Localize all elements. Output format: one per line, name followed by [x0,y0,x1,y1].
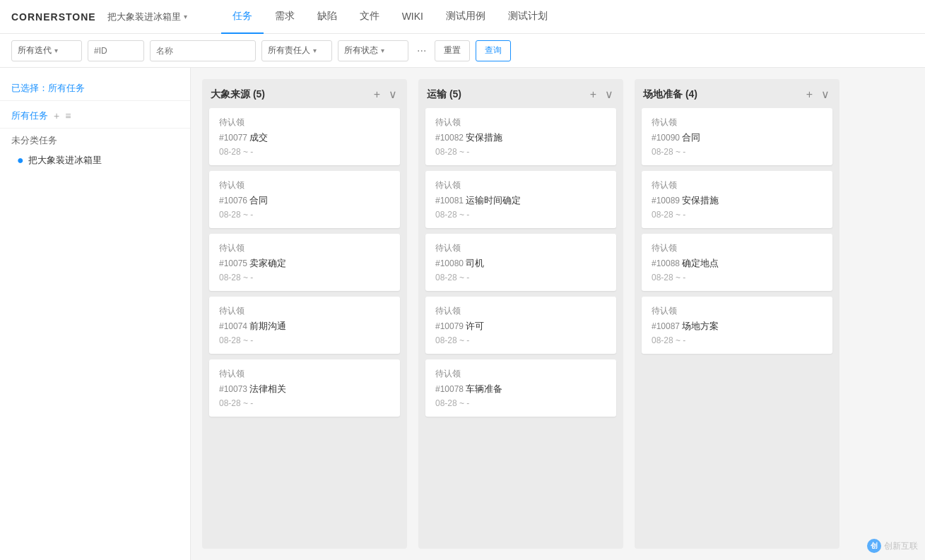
all-tasks-row[interactable]: 所有任务 + ≡ [0,107,190,125]
iteration-label: 所有迭代 [18,44,52,56]
card-date-2-0: 08-28 ~ - [652,147,823,157]
card-name-1-3: 许可 [466,321,484,331]
card-date-2-1: 08-28 ~ - [652,210,823,220]
card-id-0-3: #10074 [219,321,249,331]
kanban-card-2-2[interactable]: 待认领#10088 确定地点08-28 ~ - [642,234,832,291]
card-id-0-1: #10076 [219,196,249,205]
kanban-card-2-1[interactable]: 待认领#10089 安保措施08-28 ~ - [642,171,832,228]
kanban-card-1-2[interactable]: 待认领#10080 司机08-28 ~ - [425,234,616,291]
nav-tab-任务[interactable]: 任务 [221,0,264,34]
kanban-card-0-3[interactable]: 待认领#10074 前期沟通08-28 ~ - [209,297,400,354]
nav-tab-测试用例[interactable]: 测试用例 [435,0,497,34]
card-date-1-3: 08-28 ~ - [435,335,606,345]
card-name-1-2: 司机 [466,258,484,268]
col-actions-0: +∨ [372,88,399,101]
all-tasks-label: 所有任务 [11,109,48,122]
kanban-card-1-0[interactable]: 待认领#10082 安保措施08-28 ~ - [425,108,616,165]
card-id-1-1: #10081 [435,196,466,205]
sidebar: 已选择：所有任务 所有任务 + ≡ 未分类任务 ● 把大象装进冰箱里 [0,68,191,560]
card-name-1-1: 运输时间确定 [466,195,521,205]
project-selector[interactable]: 把大象装进冰箱里 ▾ [107,11,187,23]
add-task-icon[interactable]: + [54,110,59,121]
kanban-column-2: 场地准备 (4)+∨待认领#10090 合同08-28 ~ -待认领#10089… [635,79,839,549]
card-date-0-2: 08-28 ~ - [219,273,390,282]
nav-tabs: 任务需求缺陷文件WIKI测试用例测试计划 [221,0,559,34]
col-actions-2: +∨ [805,88,831,101]
kanban-card-0-0[interactable]: 待认领#10077 成交08-28 ~ - [209,108,400,165]
card-status-0-0: 待认领 [219,117,390,129]
col-add-button-2[interactable]: + [805,88,814,101]
card-status-1-0: 待认领 [435,117,606,129]
card-name-2-2: 确定地点 [682,258,719,268]
watermark-text: 创新互联 [884,540,918,552]
unclassified-tasks-label: 未分类任务 [0,131,190,150]
card-date-1-4: 08-28 ~ - [435,398,606,408]
kanban-card-1-4[interactable]: 待认领#10078 车辆准备08-28 ~ - [425,359,616,417]
iteration-chevron-icon: ▾ [54,47,58,54]
col-add-button-1[interactable]: + [589,88,598,101]
col-header-0: 大象来源 (5)+∨ [209,88,400,101]
reset-button[interactable]: 重置 [435,40,470,61]
project-dot-icon: ● [17,154,24,167]
watermark-logo-icon: 创 [867,539,881,553]
card-title-2-0: #10090 合同 [652,131,823,144]
more-filters-icon[interactable]: ··· [414,44,429,57]
assignee-filter[interactable]: 所有责任人 ▾ [261,40,332,61]
project-name-label: 把大象装进冰箱里 [107,11,181,23]
card-id-0-2: #10075 [219,258,249,268]
card-status-0-4: 待认领 [219,368,390,380]
card-name-0-4: 法律相关 [249,383,286,394]
kanban-card-2-0[interactable]: 待认领#10090 合同08-28 ~ - [642,108,832,165]
status-chevron-icon: ▾ [381,47,384,54]
card-title-1-2: #10080 司机 [435,257,606,270]
kanban-card-1-1[interactable]: 待认领#10081 运输时间确定08-28 ~ - [425,171,616,228]
col-collapse-button-0[interactable]: ∨ [387,88,399,101]
top-nav: CORNERSTONE 把大象装进冰箱里 ▾ 任务需求缺陷文件WIKI测试用例测… [0,0,925,34]
nav-tab-缺陷[interactable]: 缺陷 [306,0,348,34]
query-button[interactable]: 查询 [476,40,511,61]
card-name-0-2: 卖家确定 [249,258,286,268]
nav-tab-文件[interactable]: 文件 [348,0,391,34]
logo: CORNERSTONE [11,11,96,23]
filter-bar: 所有迭代 ▾ 所有责任人 ▾ 所有状态 ▾ ··· 重置 查询 [0,34,925,68]
kanban-card-2-3[interactable]: 待认领#10087 场地方案08-28 ~ - [642,297,832,354]
card-status-0-1: 待认领 [219,179,390,191]
nav-tab-WIKI[interactable]: WIKI [391,0,435,34]
card-id-1-3: #10079 [435,321,466,331]
assignee-chevron-icon: ▾ [313,47,317,54]
card-title-2-1: #10089 安保措施 [652,194,823,207]
selected-value: 所有任务 [48,83,85,93]
status-filter[interactable]: 所有状态 ▾ [338,40,408,61]
col-header-1: 运输 (5)+∨ [425,88,616,101]
main-layout: 已选择：所有任务 所有任务 + ≡ 未分类任务 ● 把大象装进冰箱里 大象来源 … [0,68,925,560]
menu-icon[interactable]: ≡ [65,110,71,121]
sidebar-selected-info: 已选择：所有任务 [0,76,190,101]
card-id-0-4: #10073 [219,384,249,394]
card-id-0-0: #10077 [219,133,249,143]
kanban-card-0-1[interactable]: 待认领#10076 合同08-28 ~ - [209,171,400,228]
kanban-card-0-2[interactable]: 待认领#10075 卖家确定08-28 ~ - [209,234,400,291]
card-date-1-2: 08-28 ~ - [435,273,606,282]
card-title-2-3: #10087 场地方案 [652,320,823,333]
id-filter-input[interactable] [88,40,144,61]
card-status-1-3: 待认领 [435,305,606,317]
project-sidebar-item[interactable]: ● 把大象装进冰箱里 [0,150,190,171]
card-status-1-1: 待认领 [435,179,606,191]
nav-tab-需求[interactable]: 需求 [264,0,306,34]
col-title-2: 场地准备 (4) [643,88,697,101]
kanban-card-1-3[interactable]: 待认领#10079 许可08-28 ~ - [425,297,616,354]
card-id-2-1: #10089 [652,196,682,205]
col-add-button-0[interactable]: + [372,88,382,101]
col-collapse-button-1[interactable]: ∨ [603,88,615,101]
col-header-2: 场地准备 (4)+∨ [642,88,832,101]
card-id-1-4: #10078 [435,384,466,394]
card-date-2-3: 08-28 ~ - [652,335,823,345]
project-sidebar-name: 把大象装进冰箱里 [28,154,102,167]
name-filter-input[interactable] [150,40,256,61]
nav-tab-测试计划[interactable]: 测试计划 [497,0,559,34]
card-name-0-1: 合同 [249,195,268,205]
card-status-2-0: 待认领 [652,117,823,129]
iteration-filter[interactable]: 所有迭代 ▾ [11,40,82,61]
kanban-card-0-4[interactable]: 待认领#10073 法律相关08-28 ~ - [209,359,400,417]
col-collapse-button-2[interactable]: ∨ [820,88,831,101]
